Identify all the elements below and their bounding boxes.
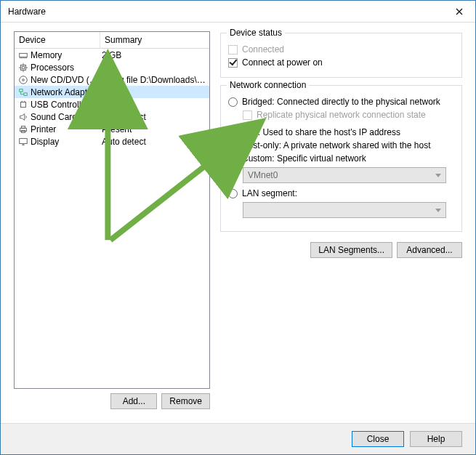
device-row-usb-controller[interactable]: USB ControllerPresent <box>15 98 209 110</box>
right-column: Device status Connected Connect at power… <box>220 31 462 423</box>
nat-label: NAT: Used to share the host's IP address <box>242 126 400 138</box>
device-label: Display <box>31 137 102 147</box>
connected-row[interactable]: Connected <box>228 44 454 55</box>
device-summary: Auto detect <box>102 137 206 147</box>
custom-label: Custom: Specific virtual network <box>242 153 366 164</box>
lan-segment-label: LAN segment: <box>242 188 297 199</box>
device-summary: Using file D:\Downloads\ubu... <box>102 75 206 85</box>
custom-network-value: VMnet0 <box>248 170 278 180</box>
device-list-header: Device Summary <box>15 32 209 49</box>
device-row-processors[interactable]: Processors1 <box>15 61 209 73</box>
device-list[interactable]: Device Summary Memory2 GBProcessors1New … <box>14 31 210 389</box>
device-label: Printer <box>31 124 102 134</box>
svg-point-3 <box>20 76 28 84</box>
device-status-group: Device status Connected Connect at power… <box>220 33 462 78</box>
connected-label: Connected <box>242 44 284 55</box>
device-list-body: Memory2 GBProcessors1New CD/DVD (SATA)Us… <box>15 49 209 388</box>
device-label: Sound Card <box>31 112 102 122</box>
device-label: USB Controller <box>31 100 102 110</box>
chevron-down-icon <box>435 209 441 212</box>
nat-radio[interactable] <box>228 128 238 137</box>
custom-radio[interactable] <box>228 154 238 164</box>
device-row-display[interactable]: DisplayAuto detect <box>15 135 209 148</box>
bridged-radio[interactable] <box>228 97 238 107</box>
remove-button[interactable]: Remove <box>161 393 210 409</box>
bridged-label: Bridged: Connected directly to the physi… <box>242 96 440 108</box>
sound-icon <box>17 111 29 123</box>
right-buttons: LAN Segments... Advanced... <box>220 242 462 258</box>
close-button[interactable]: Close <box>352 431 404 447</box>
device-summary: NAT <box>102 87 206 97</box>
svg-point-4 <box>23 78 25 81</box>
network-connection-group: Network connection Bridged: Connected di… <box>220 85 462 232</box>
svg-rect-7 <box>21 102 26 107</box>
advanced-button[interactable]: Advanced... <box>397 242 462 258</box>
cd-icon <box>17 74 29 86</box>
left-buttons: Add... Remove <box>14 393 210 409</box>
svg-rect-2 <box>22 66 25 69</box>
device-summary: 2 GB <box>102 50 206 60</box>
device-row-memory[interactable]: Memory2 GB <box>15 49 209 61</box>
window-title: Hardware <box>8 7 46 17</box>
titlebar: Hardware <box>1 1 475 23</box>
device-summary: Auto detect <box>102 112 206 122</box>
svg-rect-5 <box>20 89 23 92</box>
lan-segment-radio[interactable] <box>228 189 238 198</box>
lan-segment-select <box>243 202 446 218</box>
nat-row[interactable]: NAT: Used to share the host's IP address <box>228 126 454 138</box>
connect-poweron-checkbox[interactable] <box>228 58 238 68</box>
device-label: Network Adapter <box>31 87 102 97</box>
lan-segment-row[interactable]: LAN segment: <box>228 188 454 199</box>
connect-poweron-row[interactable]: Connect at power on <box>228 57 454 68</box>
chevron-down-icon <box>435 174 441 177</box>
content-area: Device Summary Memory2 GBProcessors1New … <box>1 23 475 423</box>
host-only-label: Host-only: A private network shared with… <box>242 140 430 151</box>
device-label: Memory <box>31 50 102 60</box>
custom-network-select: VMnet0 <box>243 167 446 183</box>
device-row-new-cd-dvd-sata-[interactable]: New CD/DVD (SATA)Using file D:\Downloads… <box>15 73 209 86</box>
device-row-sound-card[interactable]: Sound CardAuto detect <box>15 110 209 123</box>
device-summary: Present <box>102 100 206 110</box>
svg-rect-6 <box>24 92 27 95</box>
host-only-radio[interactable] <box>228 141 238 150</box>
network-connection-title: Network connection <box>227 80 309 90</box>
footer: Close Help <box>1 423 475 454</box>
hardware-dialog: Hardware Device Summary Memory2 GBProces… <box>0 0 476 455</box>
svg-rect-0 <box>20 53 28 57</box>
usb-icon <box>17 99 29 110</box>
add-button[interactable]: Add... <box>110 393 157 409</box>
replicate-checkbox <box>243 110 252 120</box>
device-label: New CD/DVD (SATA) <box>31 75 102 85</box>
memory-icon <box>17 49 29 61</box>
lan-segments-button[interactable]: LAN Segments... <box>310 242 392 258</box>
network-icon <box>17 86 29 98</box>
help-button[interactable]: Help <box>410 431 462 447</box>
host-only-row[interactable]: Host-only: A private network shared with… <box>228 140 454 151</box>
device-row-network-adapter[interactable]: Network AdapterNAT <box>15 86 209 98</box>
svg-rect-11 <box>20 138 28 143</box>
device-row-printer[interactable]: PrinterPresent <box>15 123 209 135</box>
connect-poweron-label: Connect at power on <box>242 57 323 68</box>
svg-rect-9 <box>21 126 25 128</box>
bridged-row[interactable]: Bridged: Connected directly to the physi… <box>228 96 454 108</box>
replicate-row: Replicate physical network connection st… <box>243 109 454 121</box>
svg-rect-1 <box>21 65 26 70</box>
device-summary: 1 <box>102 63 206 73</box>
header-summary[interactable]: Summary <box>100 32 209 48</box>
device-summary: Present <box>102 124 206 134</box>
close-icon[interactable] <box>443 1 475 23</box>
cpu-icon <box>17 62 29 73</box>
replicate-label: Replicate physical network connection st… <box>257 109 426 121</box>
connected-checkbox <box>228 45 238 55</box>
device-status-title: Device status <box>227 28 285 38</box>
custom-row[interactable]: Custom: Specific virtual network <box>228 153 454 164</box>
display-icon <box>17 136 29 148</box>
device-label: Processors <box>31 63 102 73</box>
printer-icon <box>17 124 29 135</box>
header-device[interactable]: Device <box>15 32 100 48</box>
left-column: Device Summary Memory2 GBProcessors1New … <box>14 31 210 423</box>
